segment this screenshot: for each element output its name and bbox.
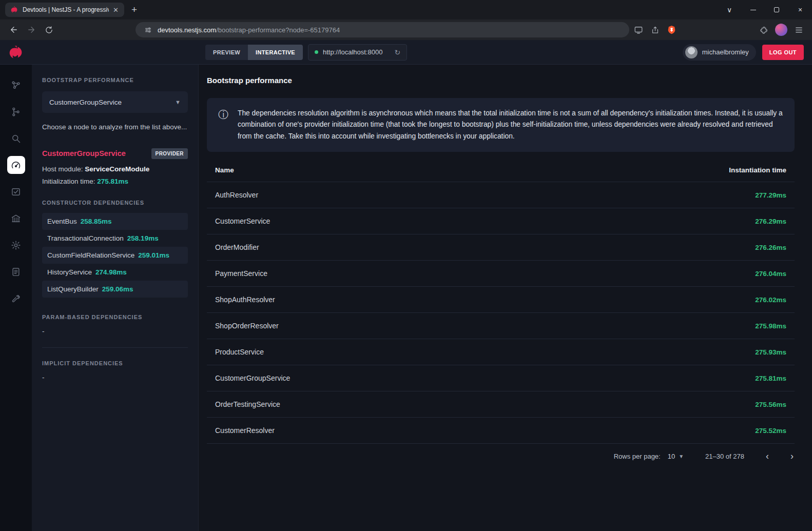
table-row[interactable]: CustomerResolver 275.52ms — [207, 417, 795, 443]
user-avatar — [685, 46, 698, 58]
rows-per-page-select[interactable]: 10 ▼ — [668, 453, 684, 460]
address-bar[interactable]: devtools.nestjs.com/bootstrap-performanc… — [136, 22, 629, 37]
refresh-target-icon[interactable]: ↻ — [394, 48, 400, 56]
node-select-value: CustomerGroupService — [49, 99, 122, 106]
dep-list-item[interactable]: CustomFieldRelationService 259.01ms — [42, 247, 188, 264]
previous-page-button[interactable]: ‹ — [766, 451, 769, 461]
node-select-hint: Choose a node to analyze from the list a… — [42, 122, 188, 133]
info-icon: ⓘ — [218, 108, 228, 121]
chevron-down-icon: ▼ — [175, 99, 181, 105]
init-time-row: Initialization time: 275.81ms — [42, 178, 188, 185]
dep-list-item[interactable]: ListQueryBuilder 259.06ms — [42, 281, 188, 298]
dep-list-item[interactable]: HistoryService 274.98ms — [42, 264, 188, 281]
table-row[interactable]: CustomerService 276.29ms — [207, 208, 795, 234]
performance-table: Name Instantiation time AuthResolver 277… — [207, 156, 795, 444]
tab-capture-icon[interactable] — [631, 23, 646, 37]
node-select[interactable]: CustomerGroupService ▼ — [42, 91, 188, 113]
table-row[interactable]: OrderTestingService 275.56ms — [207, 391, 795, 417]
tab-close-icon[interactable]: ✕ — [113, 6, 119, 14]
dep-name: EventBus — [47, 218, 77, 225]
info-text: The dependencies resolution algorithm is… — [238, 108, 783, 142]
dep-time: 274.98ms — [95, 268, 127, 276]
interactive-tab[interactable]: INTERACTIVE — [248, 45, 303, 60]
minimize-icon — [750, 10, 756, 10]
dep-list-item[interactable]: TransactionalConnection 258.19ms — [42, 230, 188, 247]
dep-time: 259.06ms — [102, 285, 133, 293]
row-time: 275.93ms — [755, 348, 786, 356]
next-page-button[interactable]: › — [790, 451, 794, 461]
minimize-button[interactable] — [741, 0, 765, 19]
logout-button[interactable]: LOG OUT — [762, 45, 804, 60]
dep-time: 258.85ms — [81, 218, 112, 225]
brave-shield-icon[interactable] — [664, 23, 679, 37]
new-tab-button[interactable]: + — [124, 4, 144, 15]
rail-item-logs[interactable] — [7, 263, 25, 281]
table-row[interactable]: ShopOrderResolver 275.98ms — [207, 312, 795, 339]
back-button[interactable] — [6, 22, 22, 37]
rail-item-tools[interactable] — [7, 289, 25, 307]
pagination-range: 21–30 of 278 — [705, 453, 744, 460]
column-time: Instantiation time — [729, 166, 786, 174]
rail-item-settings[interactable] — [7, 236, 25, 254]
row-time: 275.98ms — [755, 322, 786, 330]
row-name: ShopAuthResolver — [215, 296, 275, 304]
row-time: 277.29ms — [755, 191, 786, 199]
tab-search-icon[interactable]: ∨ — [718, 0, 741, 19]
rows-per-page-label: Rows per page: — [614, 453, 661, 460]
share-icon[interactable] — [648, 23, 662, 37]
user-chip[interactable]: michaelbromley — [683, 44, 756, 61]
init-time-label: Initialization time: — [42, 178, 95, 185]
host-module-value: ServiceCoreModule — [85, 165, 149, 173]
back-icon — [9, 25, 18, 34]
username: michaelbromley — [702, 48, 749, 56]
table-row[interactable]: OrderModifier 276.26ms — [207, 234, 795, 260]
rail-item-audit[interactable] — [7, 183, 25, 201]
target-url-field[interactable]: http://localhost:8000 ↻ — [308, 44, 407, 61]
icon-rail — [0, 65, 32, 531]
row-time: 276.26ms — [755, 244, 786, 251]
menu-icon[interactable] — [791, 23, 806, 37]
rail-item-routes[interactable] — [7, 103, 25, 121]
host-module-label: Host module: — [42, 165, 83, 173]
extensions-icon[interactable] — [757, 23, 771, 37]
rail-item-performance[interactable] — [7, 156, 25, 174]
implicit-deps-empty: - — [42, 373, 188, 381]
row-time: 276.29ms — [755, 218, 786, 225]
table-row[interactable]: ShopAuthResolver 276.02ms — [207, 286, 795, 312]
maximize-button[interactable] — [765, 0, 788, 19]
implicit-deps-title: IMPLICIT DEPENDENCIES — [42, 360, 188, 366]
browser-tab[interactable]: Devtools | NestJS - A progressive... ✕ — [5, 3, 124, 17]
table-row[interactable]: AuthResolver 277.29ms — [207, 182, 795, 208]
table-row[interactable]: ProductService 275.93ms — [207, 339, 795, 365]
dep-list-item[interactable]: EventBus 258.85ms — [42, 213, 188, 230]
constructor-deps-list: EventBus 258.85ms TransactionalConnectio… — [42, 213, 188, 298]
table-row[interactable]: PaymentService 276.04ms — [207, 260, 795, 286]
app-header: PREVIEW INTERACTIVE http://localhost:800… — [0, 40, 812, 65]
table-row[interactable]: CustomerGroupService 275.81ms — [207, 365, 795, 391]
row-time: 276.02ms — [755, 296, 786, 304]
browser-profile-avatar[interactable] — [775, 24, 787, 36]
dep-name: TransactionalConnection — [47, 234, 124, 242]
row-name: PaymentService — [215, 269, 267, 278]
close-button[interactable]: × — [788, 0, 812, 19]
reload-icon — [45, 26, 53, 34]
param-deps-empty: - — [42, 327, 188, 335]
forward-button[interactable] — [24, 22, 39, 37]
column-name: Name — [215, 166, 234, 174]
rows-per-page-value: 10 — [668, 453, 675, 460]
rail-item-search[interactable] — [7, 129, 25, 147]
rail-item-graph[interactable] — [7, 76, 25, 94]
nestjs-logo — [0, 45, 32, 60]
row-name: ProductService — [215, 348, 264, 356]
forward-icon — [27, 25, 36, 34]
site-settings-icon[interactable] — [143, 23, 153, 37]
sidebar-divider — [42, 347, 188, 348]
url-domain: devtools.nestjs.com — [158, 26, 216, 34]
rail-item-modules[interactable] — [7, 209, 25, 227]
row-name: OrderModifier — [215, 243, 259, 251]
row-name: CustomerResolver — [215, 426, 275, 435]
preview-tab[interactable]: PREVIEW — [205, 45, 248, 60]
browser-toolbar: devtools.nestjs.com/bootstrap-performanc… — [0, 19, 812, 40]
row-name: AuthResolver — [215, 191, 258, 199]
reload-button[interactable] — [41, 22, 56, 37]
